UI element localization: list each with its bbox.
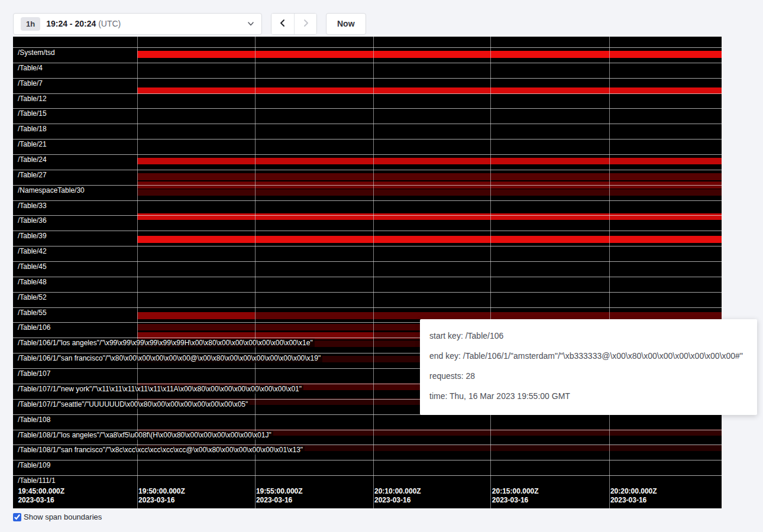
tooltip-line: start key: /Table/106 bbox=[429, 331, 748, 340]
toolbar: 1h 19:24 - 20:24 (UTC) Now bbox=[0, 0, 763, 35]
show-span-boundaries-label: Show span boundaries bbox=[24, 512, 102, 521]
chevron-right-icon bbox=[302, 19, 310, 29]
time-range-label: 19:24 - 20:24 (UTC) bbox=[46, 19, 121, 28]
x-axis-tick: 19:45:00.000Z2023-03-16 bbox=[18, 487, 64, 505]
time-nav-group bbox=[271, 13, 317, 35]
tooltip-line: time: Thu, 16 Mar 2023 19:55:00 GMT bbox=[429, 391, 748, 401]
now-button[interactable]: Now bbox=[326, 13, 366, 35]
prev-interval-button[interactable] bbox=[271, 14, 294, 34]
x-axis-layer: 19:45:00.000Z2023-03-1619:50:00.000Z2023… bbox=[13, 37, 722, 508]
key-visualizer-heatmap[interactable]: /System/tsd/Table/4/Table/7/Table/12/Tab… bbox=[13, 37, 722, 508]
time-range-dropdown[interactable]: 1h 19:24 - 20:24 (UTC) bbox=[13, 13, 262, 35]
chevron-left-icon bbox=[279, 19, 287, 29]
x-axis-tick: 19:55:00.000Z2023-03-16 bbox=[256, 487, 303, 505]
tooltip-line: requests: 28 bbox=[429, 371, 748, 381]
x-axis-tick: 20:15:00.000Z2023-03-16 bbox=[492, 487, 539, 505]
show-span-boundaries-checkbox[interactable] bbox=[13, 513, 21, 521]
x-axis-tick: 20:20:00.000Z2023-03-16 bbox=[610, 487, 657, 505]
key-visualizer-page: 1h 19:24 - 20:24 (UTC) Now /System/tsd/T… bbox=[0, 0, 763, 532]
next-interval-button[interactable] bbox=[294, 14, 316, 34]
x-axis-tick: 20:10:00.000Z2023-03-16 bbox=[374, 487, 421, 505]
heatmap-tooltip: start key: /Table/106end key: /Table/106… bbox=[420, 319, 757, 415]
footer: Show span boundaries bbox=[13, 512, 102, 521]
time-range-value: 19:24 - 20:24 bbox=[46, 19, 96, 28]
tooltip-line: end key: /Table/106/1/"amsterdam"/"\xb33… bbox=[429, 351, 748, 361]
chevron-down-icon bbox=[247, 20, 254, 27]
duration-badge: 1h bbox=[21, 17, 40, 31]
x-axis-tick: 19:50:00.000Z2023-03-16 bbox=[138, 487, 185, 505]
timezone-label: (UTC) bbox=[98, 19, 121, 28]
